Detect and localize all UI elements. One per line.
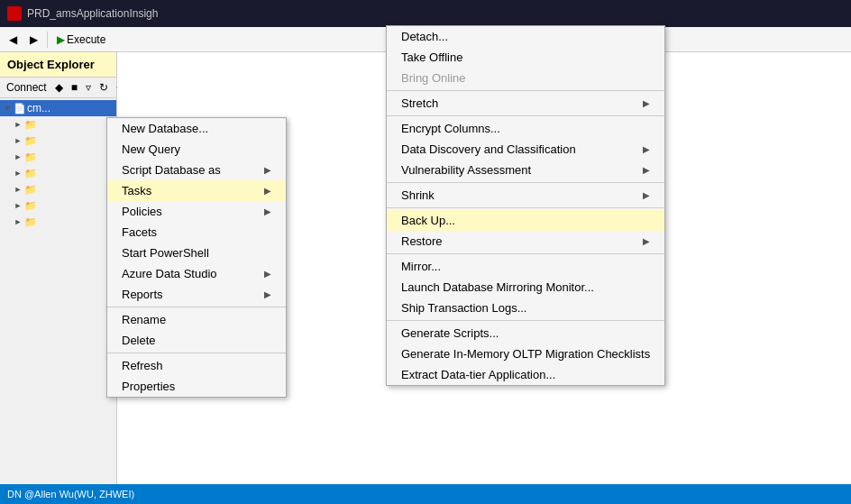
menu-item-policies[interactable]: Policies▶ bbox=[107, 201, 286, 222]
oe-stop-btn[interactable]: ■ bbox=[69, 80, 80, 95]
submenu-separator bbox=[387, 207, 664, 208]
submenu-item-encrypt-columns[interactable]: Encrypt Columns... bbox=[387, 118, 664, 139]
submenu-arrow-data-discovery: ▶ bbox=[643, 144, 650, 154]
expand-icon-5: ► bbox=[13, 184, 23, 195]
menu-separator bbox=[107, 307, 286, 307]
submenu-item-launch-mirroring[interactable]: Launch Database Mirroring Monitor... bbox=[387, 277, 664, 298]
submenu-item-label-encrypt-columns: Encrypt Columns... bbox=[401, 122, 500, 135]
submenu-item-restore[interactable]: Restore▶ bbox=[387, 231, 664, 252]
submenu-item-mirror[interactable]: Mirror... bbox=[387, 256, 664, 277]
submenu-separator bbox=[387, 90, 664, 91]
execute-btn[interactable]: ▶ Execute bbox=[51, 30, 111, 50]
submenu-item-label-mirror: Mirror... bbox=[401, 260, 441, 273]
submenu-item-label-ship-transaction: Ship Transaction Logs... bbox=[401, 301, 526, 315]
menu-item-tasks[interactable]: Tasks▶ bbox=[107, 180, 286, 201]
menu-item-label-rename: Rename bbox=[122, 313, 166, 326]
menu-item-new-database[interactable]: New Database... bbox=[107, 118, 286, 139]
menu-item-azure-data-studio[interactable]: Azure Data Studio▶ bbox=[107, 263, 286, 284]
folder-icon-5: 📁 bbox=[23, 182, 38, 197]
title-bar-text: PRD_amsApplicationInsigh bbox=[27, 7, 158, 20]
submenu-item-label-backup: Back Up... bbox=[401, 214, 455, 227]
submenu-item-backup[interactable]: Back Up... bbox=[387, 210, 664, 231]
submenu-separator bbox=[387, 115, 664, 116]
submenu-item-label-extract-datattier: Extract Data-tier Application... bbox=[401, 368, 555, 381]
submenu-item-ship-transaction[interactable]: Ship Transaction Logs... bbox=[387, 298, 664, 318]
menu-item-label-properties: Properties bbox=[122, 380, 175, 393]
menu-item-start-powershell[interactable]: Start PowerShell bbox=[107, 243, 286, 263]
expand-icon-1: ► bbox=[13, 119, 23, 130]
menu-item-new-query[interactable]: New Query bbox=[107, 139, 286, 160]
connect-btn[interactable]: Connect bbox=[4, 80, 50, 95]
submenu-separator bbox=[387, 253, 664, 254]
menu-item-delete[interactable]: Delete bbox=[107, 330, 286, 351]
execute-label: Execute bbox=[67, 33, 105, 46]
menu-item-rename[interactable]: Rename bbox=[107, 309, 286, 330]
folder-icon-7: 📁 bbox=[23, 215, 38, 229]
menu-item-label-new-query: New Query bbox=[122, 142, 180, 156]
tree-label-root: cm... bbox=[27, 102, 50, 115]
menu-item-properties[interactable]: Properties bbox=[107, 376, 286, 397]
menu-item-label-facets: Facets bbox=[122, 225, 157, 239]
submenu-item-shrink[interactable]: Shrink▶ bbox=[387, 185, 664, 206]
menu-item-label-start-powershell: Start PowerShell bbox=[122, 246, 209, 260]
execute-icon: ▶ bbox=[57, 33, 65, 46]
menu-item-label-tasks: Tasks bbox=[122, 184, 151, 197]
submenu-item-take-offline[interactable]: Take Offline bbox=[387, 47, 664, 68]
submenu-item-label-launch-mirroring: Launch Database Mirroring Monitor... bbox=[401, 280, 594, 294]
expand-icon-4: ► bbox=[13, 168, 23, 179]
menu-separator bbox=[107, 353, 286, 353]
submenu-arrow-script-database-as: ▶ bbox=[264, 165, 271, 175]
oe-refresh-btn[interactable]: ↻ bbox=[96, 80, 111, 95]
back-btn[interactable]: ◀ bbox=[4, 30, 23, 50]
expand-icon-7: ► bbox=[13, 216, 23, 227]
tree-node-4[interactable]: ► 📁 bbox=[0, 165, 116, 181]
oe-filter-btn[interactable]: ◆ bbox=[52, 80, 66, 95]
submenu-separator bbox=[387, 182, 664, 183]
menu-item-refresh[interactable]: Refresh bbox=[107, 355, 286, 376]
folder-icon-1: 📁 bbox=[23, 117, 38, 132]
submenu-item-extract-datattier[interactable]: Extract Data-tier Application... bbox=[387, 364, 664, 385]
submenu-item-label-detach: Detach... bbox=[401, 30, 448, 43]
submenu-item-vulnerability[interactable]: Vulnerability Assessment▶ bbox=[387, 160, 664, 180]
tree-node-7[interactable]: ► 📁 bbox=[0, 214, 116, 230]
submenu-item-detach[interactable]: Detach... bbox=[387, 26, 664, 47]
submenu-item-label-shrink: Shrink bbox=[401, 188, 435, 202]
status-bar: DN @Allen Wu(WU, ZHWEI) bbox=[0, 484, 851, 504]
context-menu-primary: New Database...New QueryScript Database … bbox=[106, 117, 287, 398]
tree-node-6[interactable]: ► 📁 bbox=[0, 197, 116, 214]
submenu-item-label-restore: Restore bbox=[401, 234, 443, 248]
menu-item-script-database-as[interactable]: Script Database as▶ bbox=[107, 160, 286, 180]
forward-btn[interactable]: ▶ bbox=[24, 30, 43, 50]
folder-icon-2: 📁 bbox=[23, 133, 38, 148]
submenu-item-stretch[interactable]: Stretch▶ bbox=[387, 93, 664, 114]
tree-node-root[interactable]: ▼ 📄 cm... bbox=[0, 100, 116, 116]
submenu-arrow-reports: ▶ bbox=[264, 289, 271, 299]
submenu-item-generate-scripts[interactable]: Generate Scripts... bbox=[387, 323, 664, 344]
tree-node-3[interactable]: ► 📁 bbox=[0, 149, 116, 165]
tree-node-1[interactable]: ► 📁 bbox=[0, 116, 116, 133]
tree-node-2[interactable]: ► 📁 bbox=[0, 133, 116, 149]
submenu-item-label-bring-online: Bring Online bbox=[401, 71, 466, 85]
tree-node-5[interactable]: ► 📁 bbox=[0, 181, 116, 197]
db-icon-root: 📄 bbox=[13, 101, 27, 115]
submenu-arrow-azure-data-studio: ▶ bbox=[264, 269, 271, 279]
menu-item-label-script-database-as: Script Database as bbox=[122, 163, 221, 177]
folder-icon-3: 📁 bbox=[23, 150, 38, 164]
menu-item-facets[interactable]: Facets bbox=[107, 222, 286, 243]
oe-funnel-btn[interactable]: ▿ bbox=[83, 80, 94, 95]
title-bar: PRD_amsApplicationInsigh bbox=[0, 0, 851, 27]
context-menu-tasks-submenu: Detach...Take OfflineBring OnlineStretch… bbox=[386, 25, 665, 386]
menu-item-label-azure-data-studio: Azure Data Studio bbox=[122, 267, 217, 280]
expand-icon-2: ► bbox=[13, 135, 23, 146]
submenu-arrow-policies: ▶ bbox=[264, 206, 271, 216]
status-bar-text: DN @Allen Wu(WU, ZHWEI) bbox=[7, 489, 134, 499]
submenu-item-data-discovery[interactable]: Data Discovery and Classification▶ bbox=[387, 139, 664, 160]
menu-item-label-reports: Reports bbox=[122, 288, 163, 301]
submenu-arrow-vulnerability: ▶ bbox=[643, 165, 650, 175]
submenu-item-label-generate-scripts: Generate Scripts... bbox=[401, 326, 499, 340]
submenu-item-generate-inmemory[interactable]: Generate In-Memory OLTP Migration Checkl… bbox=[387, 344, 664, 364]
toolbar-separator bbox=[47, 32, 48, 48]
submenu-item-label-take-offline: Take Offline bbox=[401, 50, 462, 64]
menu-item-reports[interactable]: Reports▶ bbox=[107, 284, 286, 305]
svg-rect-0 bbox=[10, 9, 19, 18]
